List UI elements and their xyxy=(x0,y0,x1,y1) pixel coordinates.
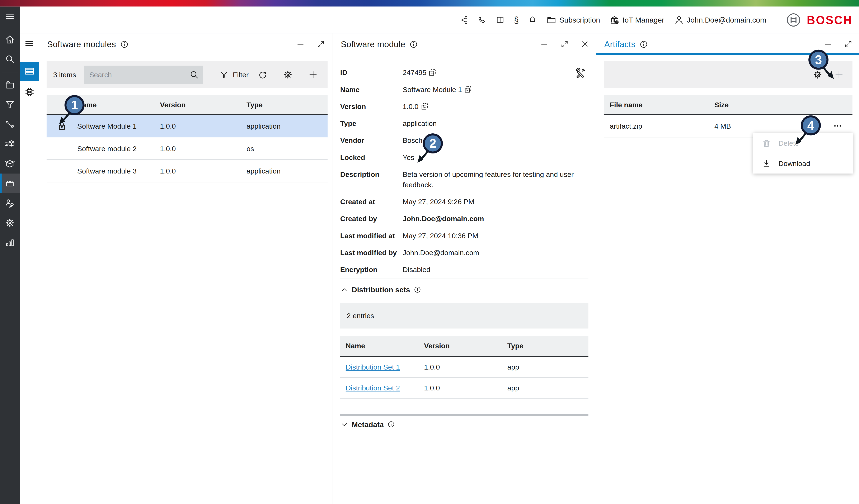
copy-icon[interactable] xyxy=(421,102,429,110)
sidebar-item-access-control[interactable] xyxy=(0,193,20,213)
sidebar-item-software-modules[interactable] xyxy=(0,173,20,193)
workflow-icon xyxy=(4,119,15,129)
info-icon[interactable] xyxy=(639,40,648,48)
col-size[interactable]: Size xyxy=(714,101,853,109)
field-label: Name xyxy=(340,84,403,95)
iot-manager-menu[interactable]: IoT Manager xyxy=(609,15,664,25)
module-fields: ID247495 NameSoftware Module 1 Version1.… xyxy=(340,67,588,281)
distribution-set-link[interactable]: Distribution Set 2 xyxy=(346,383,400,392)
gear-icon xyxy=(4,217,15,228)
minimize-button[interactable] xyxy=(296,40,305,48)
menu-item-download[interactable]: Download xyxy=(753,153,853,173)
info-icon[interactable] xyxy=(413,286,421,293)
sidebar-item-home[interactable] xyxy=(0,30,20,49)
sidebar-item-filters[interactable] xyxy=(0,95,20,114)
sidebar-item-search[interactable] xyxy=(0,49,20,69)
copy-icon[interactable] xyxy=(429,68,437,76)
table-row[interactable]: Software module 2 1.0.0 os xyxy=(47,137,328,160)
row-actions-kebab-button[interactable] xyxy=(832,120,844,132)
filter-label: Filter xyxy=(233,71,248,79)
open-box-icon xyxy=(4,158,15,169)
table-row[interactable]: Distribution Set 2 1.0.0 app xyxy=(340,378,588,398)
sidebar-item-devices[interactable] xyxy=(0,75,20,95)
copy-icon[interactable] xyxy=(464,85,472,93)
add-module-button[interactable] xyxy=(307,69,318,80)
refresh-button[interactable] xyxy=(257,69,268,80)
subscription-menu[interactable]: Subscription xyxy=(546,15,600,25)
search-box[interactable] xyxy=(84,65,203,84)
chip-icon xyxy=(24,86,35,97)
field-value: Beta version of upcoming features for te… xyxy=(403,169,588,190)
rail-menu-toggle[interactable] xyxy=(20,34,39,53)
iot-manager-label: IoT Manager xyxy=(622,16,664,24)
expand-button[interactable] xyxy=(316,40,325,48)
annotation-badge-1: 1 xyxy=(55,93,90,128)
distribution-set-link[interactable]: Distribution Set 1 xyxy=(346,363,400,371)
distribution-sets-table: Name Version Type Distribution Set 1 1.0… xyxy=(340,336,588,398)
distribution-sets-section-header[interactable]: Distribution sets xyxy=(340,286,421,294)
hamburger-icon xyxy=(4,11,15,22)
manual-book-icon[interactable] xyxy=(496,16,505,25)
cell-version: 1.0.0 xyxy=(424,383,508,392)
sidebar-item-rules[interactable] xyxy=(0,114,20,134)
table-row[interactable]: Distribution Set 1 1.0.0 app xyxy=(340,357,588,378)
sidebar-item-settings[interactable] xyxy=(0,213,20,233)
annotation-badge-2: 2 xyxy=(413,132,448,167)
metadata-title: Metadata xyxy=(352,420,384,428)
bank-icon xyxy=(609,15,620,25)
col-type[interactable]: Type xyxy=(246,101,328,109)
user-account-menu[interactable]: John.Doe@domain.com xyxy=(674,15,766,25)
filter-button[interactable]: Filter xyxy=(219,70,248,79)
field-label: Version xyxy=(340,101,403,111)
col-version[interactable]: Version xyxy=(160,101,246,109)
user-icon xyxy=(674,15,684,25)
sidebar-menu-toggle[interactable] xyxy=(0,6,20,26)
phone-icon[interactable] xyxy=(478,16,486,25)
col-file-name[interactable]: File name xyxy=(604,101,714,109)
table-row[interactable]: Software module 3 1.0.0 application xyxy=(47,160,328,182)
close-button[interactable] xyxy=(580,40,589,48)
sidebar-item-distribution-sets[interactable] xyxy=(0,154,20,173)
field-label: Created at xyxy=(340,196,403,207)
field-value: John.Doe@domain.com xyxy=(403,213,484,224)
field-label: Created by xyxy=(340,213,403,224)
search-input[interactable] xyxy=(84,70,203,78)
field-value: May 27, 2024 10:36 PM xyxy=(403,230,478,241)
entries-count-bar: 2 entries xyxy=(340,303,588,328)
info-icon[interactable] xyxy=(387,421,395,428)
rail-item-table-view[interactable] xyxy=(20,62,39,81)
col-version[interactable]: Version xyxy=(424,341,508,350)
cell-type: application xyxy=(246,122,328,130)
plus-icon xyxy=(308,70,318,80)
app-header: § Subscription IoT Manager John.Doe@doma… xyxy=(20,6,859,33)
expand-button[interactable] xyxy=(844,40,853,48)
download-label: Download xyxy=(779,159,810,167)
sidebar-item-reports[interactable] xyxy=(0,233,20,253)
download-icon xyxy=(762,158,771,168)
search-icon xyxy=(189,69,199,80)
field-value: application xyxy=(403,118,437,128)
trash-icon xyxy=(762,138,771,148)
table-settings-button[interactable] xyxy=(282,69,293,80)
col-type[interactable]: Type xyxy=(507,341,588,350)
col-name[interactable]: Name xyxy=(340,341,424,350)
cell-version: 1.0.0 xyxy=(424,363,508,371)
info-icon[interactable] xyxy=(409,40,418,48)
field-value: 247495 xyxy=(403,67,426,77)
chevron-up-icon xyxy=(340,286,348,294)
legal-section-icon[interactable]: § xyxy=(514,16,519,25)
expand-button[interactable] xyxy=(560,40,569,48)
notifications-bell-icon[interactable] xyxy=(528,16,537,25)
svg-text:1: 1 xyxy=(71,98,78,112)
bosch-logo-icon xyxy=(786,13,801,27)
info-icon[interactable] xyxy=(120,40,129,48)
share-icon[interactable] xyxy=(460,16,469,25)
metadata-section-header[interactable]: Metadata xyxy=(340,420,395,428)
gear-icon xyxy=(283,70,293,80)
minimize-button[interactable] xyxy=(824,40,832,48)
minimize-button[interactable] xyxy=(540,40,548,48)
user-email: John.Doe@domain.com xyxy=(687,16,766,24)
artifacts-table-header: File name Size xyxy=(604,95,853,115)
rail-item-device-chip[interactable] xyxy=(20,82,39,102)
sidebar-item-rollouts[interactable] xyxy=(0,134,20,154)
